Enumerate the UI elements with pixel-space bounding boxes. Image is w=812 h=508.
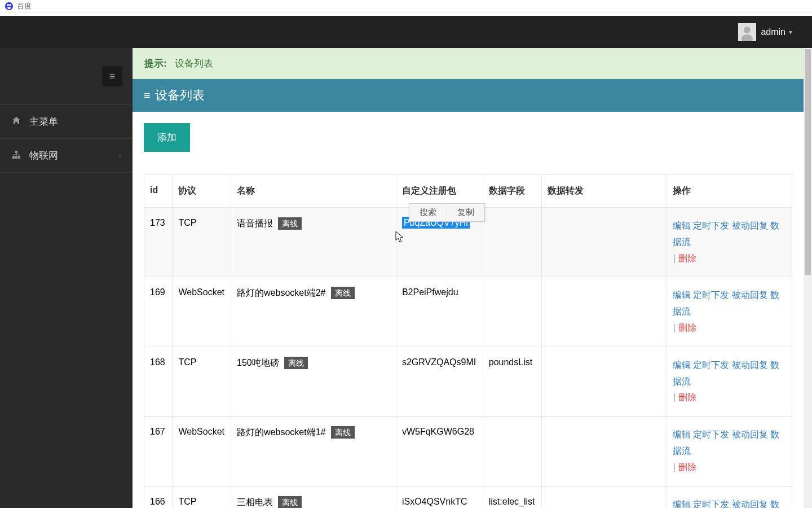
action-passive[interactable]: 被动回复	[732, 221, 768, 230]
cell-id: 173	[144, 208, 173, 277]
cell-forward	[541, 347, 667, 416]
cell-field	[483, 417, 541, 486]
cell-protocol: WebSocket	[173, 417, 231, 486]
action-edit[interactable]: 编辑	[673, 290, 691, 300]
add-button[interactable]: 添加	[144, 123, 190, 152]
col-name: 名称	[231, 175, 396, 208]
cell-forward	[541, 417, 667, 486]
action-timed[interactable]: 定时下发	[693, 430, 729, 439]
action-passive[interactable]: 被动回复	[732, 360, 768, 370]
cell-name: 三相电表 离线	[231, 486, 396, 508]
top-bar: admin ▾	[0, 16, 812, 48]
chevron-down-icon[interactable]: ▾	[789, 28, 792, 36]
sidebar-item-label: 物联网	[29, 149, 119, 162]
context-menu-copy[interactable]: 复制	[447, 204, 484, 221]
svg-rect-7	[15, 151, 17, 153]
action-delete[interactable]: 删除	[678, 462, 696, 472]
cell-forward	[541, 208, 667, 277]
col-reg: 自定义注册包	[396, 175, 483, 208]
avatar[interactable]	[738, 23, 756, 41]
status-badge: 离线	[331, 426, 355, 439]
col-protocol: 协议	[173, 175, 231, 208]
username-label[interactable]: admin	[761, 27, 785, 37]
table-row: 166 TCP 三相电表 离线 iSxO4QSVnkTC list:elec_l…	[144, 486, 792, 508]
cell-reg: vW5FqKGW6G28	[396, 417, 483, 486]
tip-text: 设备列表	[175, 58, 213, 69]
reg-value[interactable]: B2PeiPfwejdu	[402, 287, 458, 297]
action-timed[interactable]: 定时下发	[693, 290, 729, 300]
cell-id: 166	[144, 486, 173, 508]
cell-field: poundsList	[483, 347, 541, 416]
cell-actions: 编辑 定时下发 被动回复 数据流 |删除	[667, 277, 792, 347]
cell-field: list:elec_list	[483, 486, 541, 508]
reg-value[interactable]: iSxO4QSVnkTC	[402, 497, 467, 506]
context-menu: 搜索 复制	[409, 203, 485, 222]
cell-actions: 编辑 定时下发 被动回复 数据流 |删除	[667, 347, 792, 416]
list-icon: ≡	[144, 89, 151, 102]
action-passive[interactable]: 被动回复	[732, 500, 768, 508]
scrollbar-thumb[interactable]	[805, 49, 811, 275]
action-edit[interactable]: 编辑	[673, 430, 691, 439]
separator: |	[673, 253, 676, 263]
action-edit[interactable]: 编辑	[673, 360, 691, 370]
home-icon	[11, 116, 21, 128]
reg-value[interactable]: s2GRVZQAQs9MI	[402, 357, 476, 367]
cell-reg: s2GRVZQAQs9MI	[396, 347, 483, 416]
cell-field	[483, 208, 541, 277]
sidebar-toggle-button[interactable]: ≡	[102, 66, 122, 86]
sidebar: ≡ 主菜单 物联网 ‹	[0, 48, 133, 508]
svg-rect-8	[12, 156, 15, 159]
cell-protocol: TCP	[173, 208, 231, 277]
table-row: 168 TCP 150吨地磅 离线 s2GRVZQAQs9MI poundsLi…	[144, 347, 792, 416]
favicon	[5, 2, 14, 11]
chevron-left-icon: ‹	[119, 151, 121, 160]
context-menu-search[interactable]: 搜索	[409, 204, 447, 221]
action-passive[interactable]: 被动回复	[732, 430, 768, 439]
table-row: 167 WebSocket 路灯的websocket端1# 离线 vW5FqKG…	[144, 417, 792, 486]
action-delete[interactable]: 删除	[678, 323, 696, 332]
content-area: 添加 id 协议 名称 自定义注册包 数据字段 数据转发 操作	[133, 112, 804, 508]
table-header-row: id 协议 名称 自定义注册包 数据字段 数据转发 操作	[144, 175, 792, 208]
action-passive[interactable]: 被动回复	[732, 290, 768, 300]
action-timed[interactable]: 定时下发	[693, 360, 729, 370]
status-badge: 离线	[278, 217, 302, 230]
cell-id: 169	[144, 277, 173, 347]
cell-name: 150吨地磅 离线	[231, 347, 396, 416]
action-delete[interactable]: 删除	[678, 392, 696, 402]
action-timed[interactable]: 定时下发	[693, 221, 729, 230]
main-content: 提示: 设备列表 ≡ 设备列表 添加 id 协议 名称 自定义注册包 数据字段	[133, 48, 812, 508]
cell-actions: 编辑 定时下发 被动回复 数据流 |删除	[667, 486, 792, 508]
action-edit[interactable]: 编辑	[673, 221, 691, 230]
svg-point-3	[7, 7, 11, 9]
svg-point-2	[9, 4, 11, 6]
cell-name: 语音播报 离线	[231, 208, 396, 277]
page-title: 设备列表	[155, 87, 205, 104]
sidebar-item-iot[interactable]: 物联网 ‹	[0, 139, 133, 173]
page-header: ≡ 设备列表	[133, 79, 804, 112]
cell-actions: 编辑 定时下发 被动回复 数据流 |删除	[667, 417, 792, 486]
sidebar-item-main[interactable]: 主菜单	[0, 104, 133, 139]
svg-rect-10	[18, 156, 20, 159]
status-badge: 离线	[284, 357, 308, 369]
device-table: id 协议 名称 自定义注册包 数据字段 数据转发 操作 173 TCP 语音播…	[144, 174, 792, 508]
cell-forward	[541, 486, 667, 508]
cell-protocol: TCP	[173, 486, 231, 508]
sitemap-icon	[11, 150, 21, 161]
cell-protocol: TCP	[173, 347, 231, 416]
separator: |	[673, 392, 676, 402]
table-row: 169 WebSocket 路灯的websocket端2# 离线 B2PeiPf…	[144, 277, 792, 347]
action-delete[interactable]: 删除	[678, 253, 696, 263]
action-timed[interactable]: 定时下发	[693, 500, 729, 508]
cell-protocol: WebSocket	[173, 277, 231, 347]
scrollbar[interactable]	[804, 48, 812, 508]
svg-point-5	[744, 27, 751, 33]
cell-reg: iSxO4QSVnkTC	[396, 486, 483, 508]
status-badge: 离线	[278, 496, 302, 508]
reg-value[interactable]: vW5FqKGW6G28	[402, 427, 474, 436]
cell-name: 路灯的websocket端1# 离线	[231, 417, 396, 486]
action-edit[interactable]: 编辑	[673, 500, 691, 508]
cell-id: 167	[144, 417, 173, 486]
browser-tab-title: 百度	[17, 1, 32, 11]
separator: |	[673, 323, 676, 332]
status-badge: 离线	[331, 287, 355, 299]
